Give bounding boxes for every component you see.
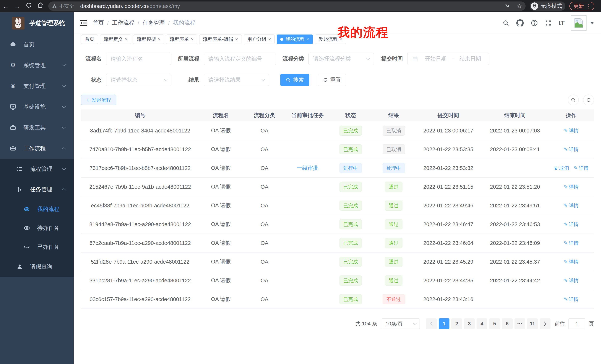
tab-start-process[interactable]: 发起流程× bbox=[315, 35, 346, 44]
close-icon[interactable]: × bbox=[340, 37, 342, 42]
cell-end-time: 2022-01-22 23:51:20 bbox=[481, 184, 548, 190]
sidebar-item-payment[interactable]: ¥ 支付管理 bbox=[0, 76, 74, 96]
browser-reload-button[interactable] bbox=[23, 0, 35, 12]
reload-icon bbox=[26, 2, 32, 8]
browser-menu-icon[interactable]: ⋮ bbox=[586, 3, 591, 9]
status-select[interactable]: 请选择状态 bbox=[106, 74, 171, 86]
cell-id: 7470a810-7b9b-11ec-b5b7-acde48001122 bbox=[81, 146, 199, 153]
page-size-select[interactable]: 10条/页 bbox=[382, 318, 420, 329]
show-search-toggle-button[interactable] bbox=[568, 95, 579, 105]
next-page-button[interactable] bbox=[540, 318, 551, 329]
page-button-2[interactable]: 2 bbox=[451, 318, 462, 329]
tab-process-definition[interactable]: 流程定义× bbox=[100, 35, 131, 44]
goto-page-input[interactable] bbox=[568, 318, 585, 329]
tab-process-form-edit[interactable]: 流程表单-编辑× bbox=[199, 35, 241, 44]
page-button-4[interactable]: 4 bbox=[477, 318, 487, 329]
sidebar-item-leave-query[interactable]: 请假查询 bbox=[0, 256, 74, 277]
cell-end-time: 2022-01-23 00:07:03 bbox=[481, 128, 548, 134]
detail-action[interactable]: ✎ 详情 bbox=[564, 184, 579, 190]
browser-home-button[interactable] bbox=[35, 0, 46, 12]
detail-action[interactable]: ✎ 详情 bbox=[564, 127, 579, 134]
breadcrumb-home[interactable]: 首页 bbox=[93, 19, 104, 27]
detail-action[interactable]: ✎ 详情 bbox=[564, 202, 579, 209]
detail-action[interactable]: ✎ 详情 bbox=[564, 259, 579, 265]
sidebar-item-system[interactable]: ⚙ 系统管理 bbox=[0, 55, 74, 76]
password-key-icon[interactable] bbox=[504, 3, 510, 9]
category-select[interactable]: 请选择流程分类 bbox=[309, 53, 374, 65]
header-search-button[interactable] bbox=[502, 20, 509, 26]
parent-process-input[interactable] bbox=[204, 53, 276, 65]
chevron-down-icon bbox=[413, 323, 417, 325]
close-icon[interactable]: × bbox=[268, 37, 271, 42]
current-task-link[interactable]: 一级审批 bbox=[297, 165, 318, 171]
more-pages-button[interactable]: ••• bbox=[514, 318, 525, 329]
tab-process-model[interactable]: 流程模型× bbox=[133, 35, 164, 44]
page-button-6[interactable]: 6 bbox=[502, 318, 513, 329]
submit-time-range-picker[interactable]: 开始日期 - 结束日期 bbox=[407, 53, 489, 65]
col-result: 结果 bbox=[372, 112, 415, 119]
sidebar-item-task-management[interactable]: 任务管理 bbox=[0, 179, 74, 200]
page-button-1[interactable]: 1 bbox=[439, 318, 450, 329]
tab-home[interactable]: 首页 bbox=[81, 35, 98, 44]
sidebar-item-todo-tasks[interactable]: 待办任务 bbox=[0, 219, 74, 238]
tab-user-group[interactable]: 用户分组× bbox=[244, 35, 274, 44]
help-icon[interactable] bbox=[531, 19, 538, 27]
fullscreen-icon[interactable] bbox=[545, 20, 551, 26]
detail-action[interactable]: ✎ 详情 bbox=[564, 221, 579, 228]
close-icon[interactable]: × bbox=[158, 37, 160, 42]
close-icon[interactable]: × bbox=[307, 37, 309, 42]
result-tag: 通过 bbox=[385, 219, 402, 229]
sidebar-item-dev-tools[interactable]: 研发工具 bbox=[0, 117, 74, 138]
close-icon[interactable]: × bbox=[191, 37, 193, 42]
start-process-button[interactable]: + 发起流程 bbox=[81, 95, 116, 105]
page-button-5[interactable]: 5 bbox=[489, 318, 500, 329]
breadcrumb-separator: / bbox=[138, 20, 139, 26]
github-icon[interactable] bbox=[516, 19, 524, 27]
page-button-3[interactable]: 3 bbox=[464, 318, 475, 329]
detail-action[interactable]: ✎ 详情 bbox=[564, 277, 579, 284]
status-tag: 已完成 bbox=[340, 126, 362, 136]
sidebar-item-infrastructure[interactable]: 基础设施 bbox=[0, 96, 74, 117]
browser-update-button[interactable]: 更新 ⋮ bbox=[570, 2, 594, 10]
process-name-input[interactable] bbox=[106, 53, 171, 65]
close-icon[interactable]: × bbox=[235, 37, 238, 42]
font-size-icon[interactable]: tT bbox=[559, 19, 565, 27]
sidebar-item-done-tasks[interactable]: 已办任务 bbox=[0, 238, 74, 256]
prev-page-button[interactable] bbox=[426, 318, 437, 329]
detail-action[interactable]: ✎ 详情 bbox=[564, 146, 579, 153]
browser-forward-button[interactable]: → bbox=[11, 0, 23, 12]
page-button-11[interactable]: 11 bbox=[527, 318, 538, 329]
avatar-caret-icon[interactable] bbox=[590, 21, 594, 25]
sidebar-item-workflow[interactable]: 工作流程 bbox=[0, 138, 74, 159]
browser-back-button[interactable]: ← bbox=[0, 0, 11, 12]
breadcrumb-task-management[interactable]: 任务管理 bbox=[143, 19, 165, 27]
tab-process-form[interactable]: 流程表单× bbox=[166, 35, 197, 44]
reset-button[interactable]: 重置 bbox=[318, 74, 346, 86]
search-button[interactable]: 搜索 bbox=[280, 74, 309, 86]
detail-action[interactable]: ✎ 详情 bbox=[564, 240, 579, 246]
sidebar-collapse-button[interactable] bbox=[80, 20, 87, 26]
bookmark-star-icon[interactable]: ☆ bbox=[517, 2, 522, 10]
avatar[interactable] bbox=[571, 15, 587, 31]
sidebar-item-my-process[interactable]: 我的流程 bbox=[0, 200, 74, 219]
sidebar-item-home[interactable]: 首页 bbox=[0, 34, 74, 55]
sidebar-item-label: 支付管理 bbox=[23, 82, 46, 90]
tab-my-process[interactable]: 我的流程× bbox=[277, 35, 313, 44]
cancel-action[interactable]: 取消 bbox=[554, 165, 569, 172]
url-bar[interactable]: 不安全 dashboard.yudao.iocoder.cn /bpm/task… bbox=[48, 1, 526, 11]
logo-avatar-image bbox=[12, 17, 25, 29]
edit-pen-icon: ✎ bbox=[574, 165, 578, 171]
detail-action[interactable]: ✎ 详情 bbox=[574, 165, 589, 172]
refresh-table-button[interactable] bbox=[583, 95, 594, 105]
sidebar-item-process-management[interactable]: 流程管理 bbox=[0, 159, 74, 179]
detail-action[interactable]: ✎ 详情 bbox=[564, 296, 579, 303]
result-select[interactable]: 请选择流结果 bbox=[204, 74, 269, 86]
process-table: 编号 流程名 流程分类 当前审批任务 状态 结果 提交时间 结束时间 操作 3a… bbox=[81, 109, 594, 309]
eye-closed-icon bbox=[23, 244, 31, 250]
sidebar-item-label: 待办任务 bbox=[37, 224, 60, 232]
process-name-input-wrap bbox=[106, 53, 171, 65]
close-icon[interactable]: × bbox=[125, 37, 127, 42]
result-label: 结果 bbox=[177, 76, 199, 84]
breadcrumb-workflow[interactable]: 工作流程 bbox=[112, 19, 134, 27]
col-submit-time: 提交时间 bbox=[415, 112, 481, 119]
